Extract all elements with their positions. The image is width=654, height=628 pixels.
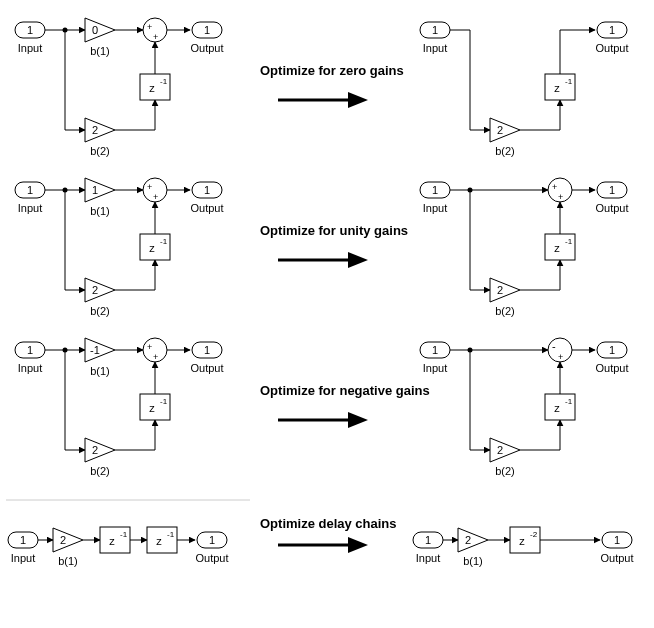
- svg-text:+: +: [552, 182, 557, 192]
- arrow-unity: [278, 252, 368, 268]
- svg-text:1: 1: [432, 344, 438, 356]
- svg-text:+: +: [558, 192, 563, 202]
- svg-text:-1: -1: [565, 397, 573, 406]
- svg-text:+: +: [147, 342, 152, 352]
- delay-exp-2: -2: [530, 530, 538, 539]
- svg-text:2: 2: [465, 534, 471, 546]
- svg-text:1: 1: [609, 24, 615, 36]
- gain-b2-label: b(2): [90, 145, 110, 157]
- simulink-optimization-diagram: 1 Input 0 b(1) + + 1 Output 2 b(2) z -1 …: [0, 0, 654, 628]
- svg-text:Output: Output: [595, 42, 628, 54]
- svg-text:1: 1: [432, 184, 438, 196]
- svg-text:2: 2: [92, 284, 98, 296]
- row2-left: 1 Input 1 b(1) + + 1 Output 2 b(2) z -1: [15, 178, 224, 317]
- svg-text:Input: Input: [18, 362, 42, 374]
- svg-text:b(2): b(2): [495, 465, 515, 477]
- svg-text:+: +: [147, 182, 152, 192]
- caption-delay: Optimize delay chains: [260, 516, 397, 531]
- svg-text:Input: Input: [423, 362, 447, 374]
- svg-text:2: 2: [60, 534, 66, 546]
- svg-text:1: 1: [20, 534, 26, 546]
- row2-right: 1 Input + + 1 Output 2 b(2) z -1: [420, 178, 629, 317]
- svg-text:Output: Output: [195, 552, 228, 564]
- svg-text:Input: Input: [423, 42, 447, 54]
- svg-text:z: z: [554, 402, 560, 414]
- row3-right: 1 Input - + 1 Output 2 b(2) z -1: [420, 338, 629, 477]
- svg-text:b(2): b(2): [90, 465, 110, 477]
- svg-text:1: 1: [609, 344, 615, 356]
- svg-text:b(1): b(1): [90, 205, 110, 217]
- output-label: Output: [190, 42, 223, 54]
- svg-text:+: +: [153, 352, 158, 362]
- svg-text:1: 1: [204, 184, 210, 196]
- svg-text:Input: Input: [11, 552, 35, 564]
- svg-text:1: 1: [432, 24, 438, 36]
- svg-text:1: 1: [204, 344, 210, 356]
- svg-text:Output: Output: [595, 202, 628, 214]
- svg-text:1: 1: [92, 184, 98, 196]
- caption-zero: Optimize for zero gains: [260, 63, 404, 78]
- svg-text:1: 1: [614, 534, 620, 546]
- svg-text:-1: -1: [167, 530, 175, 539]
- svg-text:z: z: [554, 242, 560, 254]
- delay-z: z: [149, 82, 155, 94]
- svg-text:Input: Input: [416, 552, 440, 564]
- svg-text:z: z: [149, 242, 155, 254]
- svg-text:1: 1: [209, 534, 215, 546]
- input-label: Input: [18, 42, 42, 54]
- svg-text:Output: Output: [595, 362, 628, 374]
- svg-text:Input: Input: [423, 202, 447, 214]
- gain-b2: [490, 118, 520, 142]
- svg-text:2: 2: [497, 444, 503, 456]
- arrow-zero: [278, 92, 368, 108]
- svg-text:Output: Output: [190, 202, 223, 214]
- svg-text:+: +: [153, 192, 158, 202]
- arrow-delay: [278, 537, 368, 553]
- gain-b1-label: b(1): [90, 45, 110, 57]
- svg-text:-1: -1: [160, 397, 168, 406]
- svg-text:-1: -1: [565, 237, 573, 246]
- svg-text:2: 2: [497, 284, 503, 296]
- gain-b2-value: 2: [92, 124, 98, 136]
- delay-exp: -1: [160, 77, 168, 86]
- svg-text:-1: -1: [90, 344, 100, 356]
- svg-text:Input: Input: [18, 202, 42, 214]
- svg-text:1: 1: [609, 184, 615, 196]
- svg-text:b(2): b(2): [90, 305, 110, 317]
- svg-text:z: z: [554, 82, 560, 94]
- arrow-negative: [278, 412, 368, 428]
- row1-right: 1 Input 2 b(2) z -1 1 Output: [420, 22, 629, 157]
- svg-text:b(1): b(1): [58, 555, 78, 567]
- svg-text:1: 1: [27, 344, 33, 356]
- gain-b1-value: 0: [92, 24, 98, 36]
- sum-minus-left: -: [552, 340, 556, 352]
- row4-right: 1 Input 2 b(1) z -2 1 Output: [413, 527, 634, 567]
- svg-text:z: z: [109, 535, 115, 547]
- caption-negative: Optimize for negative gains: [260, 383, 430, 398]
- svg-text:z: z: [519, 535, 525, 547]
- svg-text:z: z: [149, 402, 155, 414]
- svg-text:z: z: [156, 535, 162, 547]
- svg-text:+: +: [558, 352, 563, 362]
- gain-b1: [85, 18, 115, 42]
- sum-plus-left: +: [147, 22, 152, 32]
- svg-text:Output: Output: [190, 362, 223, 374]
- svg-text:2: 2: [497, 124, 503, 136]
- row4-left: 1 Input 2 b(1) z -1 z -1 1 Output: [8, 527, 229, 567]
- svg-text:2: 2: [92, 444, 98, 456]
- svg-text:1: 1: [27, 184, 33, 196]
- svg-text:b(2): b(2): [495, 145, 515, 157]
- svg-text:-1: -1: [565, 77, 573, 86]
- gain-b2: [85, 118, 115, 142]
- svg-text:b(1): b(1): [463, 555, 483, 567]
- svg-text:b(2): b(2): [495, 305, 515, 317]
- row1-left: 1 Input 0 b(1) + + 1 Output 2 b(2) z -1: [15, 18, 224, 157]
- svg-text:1: 1: [425, 534, 431, 546]
- svg-text:Output: Output: [600, 552, 633, 564]
- sum-plus-bottom: +: [153, 32, 158, 42]
- svg-text:-1: -1: [120, 530, 128, 539]
- svg-text:-1: -1: [160, 237, 168, 246]
- port-number-out: 1: [204, 24, 210, 36]
- row3-left: 1 Input -1 b(1) + + 1 Output 2 b(2) z -1: [15, 338, 224, 477]
- caption-unity: Optimize for unity gains: [260, 223, 408, 238]
